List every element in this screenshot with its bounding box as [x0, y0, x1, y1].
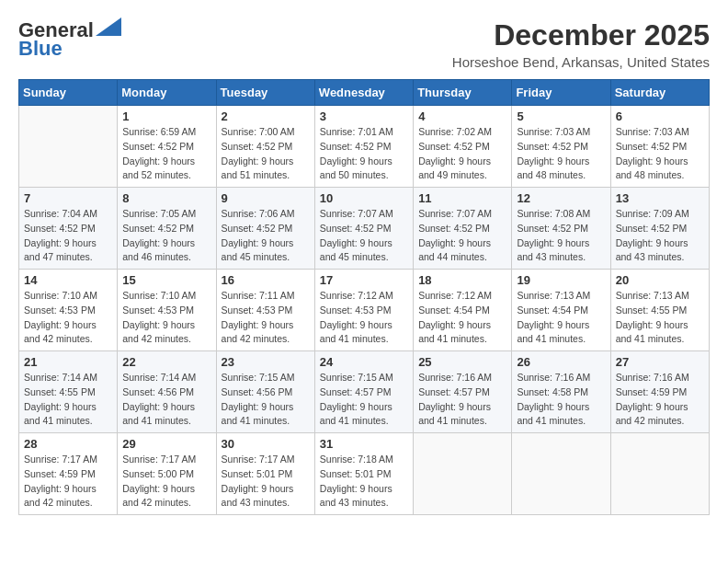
- calendar-week-row: 21Sunrise: 7:14 AM Sunset: 4:55 PM Dayli…: [19, 351, 710, 433]
- weekday-header-sunday: Sunday: [19, 80, 118, 106]
- calendar-cell: 4Sunrise: 7:02 AM Sunset: 4:52 PM Daylig…: [414, 106, 512, 188]
- calendar-cell: 21Sunrise: 7:14 AM Sunset: 4:55 PM Dayli…: [19, 351, 118, 433]
- day-info: Sunrise: 7:09 AM Sunset: 4:52 PM Dayligh…: [616, 207, 704, 265]
- weekday-header-monday: Monday: [118, 80, 216, 106]
- day-number: 11: [418, 191, 506, 205]
- day-number: 13: [616, 191, 704, 205]
- logo-icon: [96, 17, 121, 36]
- day-number: 24: [320, 355, 408, 369]
- day-info: Sunrise: 7:04 AM Sunset: 4:52 PM Dayligh…: [24, 207, 112, 265]
- day-number: 12: [517, 191, 605, 205]
- day-number: 5: [517, 109, 605, 123]
- calendar-cell: 29Sunrise: 7:17 AM Sunset: 5:00 PM Dayli…: [118, 433, 216, 515]
- day-info: Sunrise: 7:14 AM Sunset: 4:55 PM Dayligh…: [24, 371, 112, 429]
- calendar-cell: 19Sunrise: 7:13 AM Sunset: 4:54 PM Dayli…: [512, 270, 610, 351]
- day-number: 1: [122, 109, 210, 123]
- calendar-cell: 18Sunrise: 7:12 AM Sunset: 4:54 PM Dayli…: [414, 270, 512, 351]
- calendar-cell: 8Sunrise: 7:05 AM Sunset: 4:52 PM Daylig…: [118, 188, 216, 270]
- day-info: Sunrise: 7:17 AM Sunset: 5:01 PM Dayligh…: [222, 453, 310, 511]
- day-number: 16: [222, 273, 310, 287]
- calendar-body: 1Sunrise: 6:59 AM Sunset: 4:52 PM Daylig…: [19, 106, 710, 515]
- calendar-cell: 3Sunrise: 7:01 AM Sunset: 4:52 PM Daylig…: [314, 106, 413, 188]
- logo-blue: Blue: [18, 37, 63, 61]
- day-info: Sunrise: 7:17 AM Sunset: 5:00 PM Dayligh…: [122, 453, 210, 511]
- day-number: 30: [222, 437, 310, 451]
- day-info: Sunrise: 7:18 AM Sunset: 5:01 PM Dayligh…: [320, 453, 408, 511]
- weekday-header-friday: Friday: [512, 80, 610, 106]
- day-number: 20: [616, 273, 704, 287]
- calendar-cell: [610, 433, 709, 515]
- day-info: Sunrise: 7:16 AM Sunset: 4:57 PM Dayligh…: [418, 371, 506, 429]
- day-number: 25: [418, 355, 506, 369]
- calendar-cell: 31Sunrise: 7:18 AM Sunset: 5:01 PM Dayli…: [314, 433, 413, 515]
- day-info: Sunrise: 7:16 AM Sunset: 4:58 PM Dayligh…: [517, 371, 605, 429]
- day-number: 26: [517, 355, 605, 369]
- day-number: 29: [122, 437, 210, 451]
- day-info: Sunrise: 7:10 AM Sunset: 4:53 PM Dayligh…: [122, 289, 210, 347]
- calendar-cell: 1Sunrise: 6:59 AM Sunset: 4:52 PM Daylig…: [118, 106, 216, 188]
- day-info: Sunrise: 7:17 AM Sunset: 4:59 PM Dayligh…: [24, 453, 112, 511]
- day-number: 4: [418, 109, 506, 123]
- day-info: Sunrise: 7:07 AM Sunset: 4:52 PM Dayligh…: [418, 207, 506, 265]
- day-number: 14: [24, 273, 112, 287]
- weekday-header-saturday: Saturday: [610, 80, 709, 106]
- calendar-header-row: SundayMondayTuesdayWednesdayThursdayFrid…: [19, 80, 710, 106]
- day-info: Sunrise: 7:03 AM Sunset: 4:52 PM Dayligh…: [616, 125, 704, 183]
- calendar-cell: 10Sunrise: 7:07 AM Sunset: 4:52 PM Dayli…: [314, 188, 413, 270]
- calendar-week-row: 7Sunrise: 7:04 AM Sunset: 4:52 PM Daylig…: [19, 188, 710, 270]
- calendar-cell: 11Sunrise: 7:07 AM Sunset: 4:52 PM Dayli…: [414, 188, 512, 270]
- day-number: 6: [616, 109, 704, 123]
- day-number: 7: [24, 191, 112, 205]
- calendar-cell: 16Sunrise: 7:11 AM Sunset: 4:53 PM Dayli…: [216, 270, 314, 351]
- day-number: 15: [122, 273, 210, 287]
- day-number: 18: [418, 273, 506, 287]
- day-info: Sunrise: 7:15 AM Sunset: 4:56 PM Dayligh…: [222, 371, 310, 429]
- day-info: Sunrise: 7:07 AM Sunset: 4:52 PM Dayligh…: [320, 207, 408, 265]
- day-number: 28: [24, 437, 112, 451]
- day-info: Sunrise: 7:08 AM Sunset: 4:52 PM Dayligh…: [517, 207, 605, 265]
- day-number: 31: [320, 437, 408, 451]
- day-info: Sunrise: 7:12 AM Sunset: 4:54 PM Dayligh…: [418, 289, 506, 347]
- calendar-cell: 9Sunrise: 7:06 AM Sunset: 4:52 PM Daylig…: [216, 188, 314, 270]
- calendar-cell: 30Sunrise: 7:17 AM Sunset: 5:01 PM Dayli…: [216, 433, 314, 515]
- day-info: Sunrise: 7:14 AM Sunset: 4:56 PM Dayligh…: [122, 371, 210, 429]
- day-number: 19: [517, 273, 605, 287]
- calendar-week-row: 28Sunrise: 7:17 AM Sunset: 4:59 PM Dayli…: [19, 433, 710, 515]
- weekday-header-thursday: Thursday: [414, 80, 512, 106]
- day-info: Sunrise: 7:13 AM Sunset: 4:55 PM Dayligh…: [616, 289, 704, 347]
- day-number: 8: [122, 191, 210, 205]
- day-info: Sunrise: 7:10 AM Sunset: 4:53 PM Dayligh…: [24, 289, 112, 347]
- day-number: 3: [320, 109, 408, 123]
- day-info: Sunrise: 7:00 AM Sunset: 4:52 PM Dayligh…: [222, 125, 310, 183]
- main-title: December 2025: [452, 18, 710, 52]
- calendar-cell: 17Sunrise: 7:12 AM Sunset: 4:53 PM Dayli…: [314, 270, 413, 351]
- calendar-cell: 15Sunrise: 7:10 AM Sunset: 4:53 PM Dayli…: [118, 270, 216, 351]
- subtitle: Horseshoe Bend, Arkansas, United States: [452, 54, 710, 70]
- day-number: 23: [222, 355, 310, 369]
- day-info: Sunrise: 6:59 AM Sunset: 4:52 PM Dayligh…: [122, 125, 210, 183]
- calendar-cell: 7Sunrise: 7:04 AM Sunset: 4:52 PM Daylig…: [19, 188, 118, 270]
- day-number: 2: [222, 109, 310, 123]
- calendar-cell: 6Sunrise: 7:03 AM Sunset: 4:52 PM Daylig…: [610, 106, 709, 188]
- day-number: 22: [122, 355, 210, 369]
- calendar-cell: 5Sunrise: 7:03 AM Sunset: 4:52 PM Daylig…: [512, 106, 610, 188]
- day-number: 21: [24, 355, 112, 369]
- day-number: 9: [222, 191, 310, 205]
- weekday-header-wednesday: Wednesday: [314, 80, 413, 106]
- day-info: Sunrise: 7:13 AM Sunset: 4:54 PM Dayligh…: [517, 289, 605, 347]
- logo: General Blue: [18, 18, 121, 61]
- calendar-cell: 27Sunrise: 7:16 AM Sunset: 4:59 PM Dayli…: [610, 351, 709, 433]
- calendar-cell: 24Sunrise: 7:15 AM Sunset: 4:57 PM Dayli…: [314, 351, 413, 433]
- day-number: 27: [616, 355, 704, 369]
- day-info: Sunrise: 7:11 AM Sunset: 4:53 PM Dayligh…: [222, 289, 310, 347]
- title-block: December 2025 Horseshoe Bend, Arkansas, …: [452, 18, 710, 70]
- calendar-cell: 13Sunrise: 7:09 AM Sunset: 4:52 PM Dayli…: [610, 188, 709, 270]
- day-info: Sunrise: 7:01 AM Sunset: 4:52 PM Dayligh…: [320, 125, 408, 183]
- day-number: 10: [320, 191, 408, 205]
- calendar-table: SundayMondayTuesdayWednesdayThursdayFrid…: [18, 79, 710, 515]
- svg-marker-0: [96, 17, 121, 36]
- weekday-header-tuesday: Tuesday: [216, 80, 314, 106]
- calendar-cell: 22Sunrise: 7:14 AM Sunset: 4:56 PM Dayli…: [118, 351, 216, 433]
- calendar-week-row: 14Sunrise: 7:10 AM Sunset: 4:53 PM Dayli…: [19, 270, 710, 351]
- calendar-cell: 28Sunrise: 7:17 AM Sunset: 4:59 PM Dayli…: [19, 433, 118, 515]
